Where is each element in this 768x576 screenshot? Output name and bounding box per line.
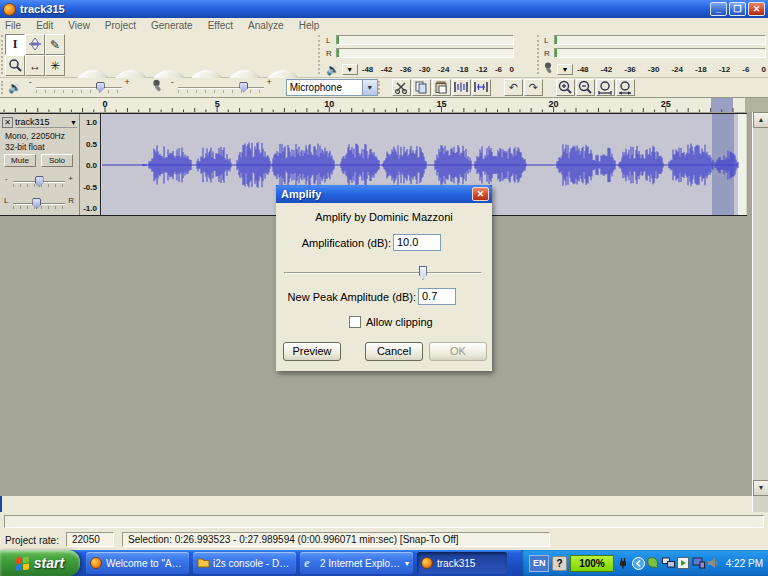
ok-button[interactable]: OK — [429, 342, 487, 361]
network-computers-icon[interactable] — [662, 557, 675, 570]
menu-view[interactable]: View — [68, 20, 90, 31]
restore-button[interactable]: ❐ — [729, 2, 746, 16]
peak-amplitude-input[interactable]: 0.7 — [418, 288, 456, 305]
task-label: Welcome to "Auda... — [106, 558, 185, 569]
mute-button[interactable]: Mute — [4, 154, 36, 167]
toolbar-grip[interactable] — [318, 35, 321, 74]
pan-slider[interactable]: L R — [13, 198, 65, 210]
menu-help[interactable]: Help — [299, 20, 320, 31]
scroll-up-icon[interactable]: ▲ — [753, 112, 768, 128]
track-menu-dropdown-icon[interactable]: ▼ — [70, 119, 77, 126]
collapse-chevron-icon[interactable] — [632, 557, 645, 570]
close-button[interactable]: ✕ — [748, 2, 765, 16]
fit-project-button[interactable] — [616, 79, 635, 96]
chevron-down-icon[interactable]: ▼ — [362, 80, 377, 95]
microphone-icon — [152, 79, 164, 97]
dialog-close-icon[interactable]: ✕ — [472, 187, 489, 201]
task-i2s-console-devel-[interactable]: i2s console - Devel... — [193, 552, 296, 574]
meter-channel-label: L — [326, 36, 336, 45]
copy-button[interactable] — [412, 79, 431, 96]
vruler-label: 0.5 — [86, 139, 97, 148]
dialog-title-bar[interactable]: Amplify ✕ — [276, 185, 492, 203]
speaker-icon: 🔉 — [8, 81, 22, 94]
scroll-down-icon[interactable]: ▼ — [753, 480, 768, 496]
pan-left-label: L — [4, 196, 8, 205]
undo-button[interactable]: ↶ — [504, 79, 523, 96]
edit-toolbar: ↶↷ — [392, 79, 636, 96]
input-source-combo[interactable]: Microphone ▼ — [286, 79, 378, 96]
toolbar-grip[interactable] — [1, 81, 4, 94]
output-volume-slider[interactable]: - + — [36, 82, 122, 94]
paste-button[interactable] — [432, 79, 451, 96]
task-welcome-to-auda-[interactable]: Welcome to "Auda... — [86, 552, 189, 574]
draw-tool[interactable]: ✎ — [45, 34, 65, 55]
solo-button[interactable]: Solo — [41, 154, 73, 167]
amplification-slider-thumb[interactable] — [419, 266, 427, 280]
media-player-icon[interactable] — [677, 557, 690, 570]
zoom-in-button[interactable] — [556, 79, 575, 96]
track-title[interactable]: track315▼ — [15, 117, 77, 128]
display-settings-icon[interactable] — [692, 557, 705, 570]
power-plug-icon[interactable] — [617, 557, 630, 570]
toolbar-grip[interactable] — [537, 35, 540, 74]
zoom-tool[interactable] — [5, 55, 25, 76]
trim-button[interactable] — [452, 79, 471, 96]
redo-button[interactable]: ↷ — [524, 79, 543, 96]
vertical-ruler[interactable]: 1.00.50.0-0.5-1.0 — [81, 114, 101, 215]
meter-scale-label: -36 — [624, 65, 636, 74]
cancel-button[interactable]: Cancel — [365, 342, 423, 361]
zoom-out-button[interactable] — [576, 79, 595, 96]
menu-edit[interactable]: Edit — [36, 20, 53, 31]
menu-generate[interactable]: Generate — [151, 20, 193, 31]
multi-tool[interactable]: ✳ — [45, 55, 65, 76]
input-meter-dropdown[interactable]: ▼ — [557, 64, 573, 75]
envelope-tool[interactable] — [25, 34, 45, 55]
slider-min-label: - — [171, 77, 174, 87]
amplification-label: Amplification (dB): — [302, 237, 391, 249]
task-dropdown-icon[interactable]: ▾ — [405, 559, 409, 568]
timeshift-tool[interactable]: ↔ — [25, 55, 45, 76]
start-button[interactable]: start — [0, 550, 80, 576]
output-meter[interactable]: L R 🔉 ▼ -48-42-36-30-24-18-12-60 — [326, 34, 514, 78]
minimize-button[interactable]: _ — [710, 2, 727, 16]
toolbar-grip[interactable] — [378, 81, 381, 94]
selection-tool[interactable]: I — [5, 34, 25, 55]
silence-button[interactable] — [472, 79, 491, 96]
ie-icon: e — [304, 557, 316, 569]
messenger-icon[interactable] — [647, 557, 660, 570]
track-close-button[interactable]: ✕ — [2, 117, 13, 128]
language-indicator[interactable]: EN — [529, 555, 549, 572]
amplification-input[interactable]: 10.0 — [393, 234, 441, 251]
menu-effect[interactable]: Effect — [208, 20, 233, 31]
preview-button[interactable]: Preview — [283, 342, 341, 361]
tool-palette: I✎↔✳ — [5, 34, 65, 76]
slider-ticks — [178, 90, 264, 93]
title-bar[interactable]: track315 _ ❐ ✕ — [0, 0, 768, 18]
task-track315[interactable]: track315 — [417, 552, 507, 574]
menu-analyze[interactable]: Analyze — [248, 20, 284, 31]
battery-indicator[interactable]: 100% — [570, 555, 614, 572]
timeline-ruler[interactable]: 0510152025 — [0, 98, 768, 112]
allow-clipping-checkbox[interactable] — [349, 316, 361, 328]
vertical-scrollbar[interactable]: ▲ ▼ — [752, 112, 768, 512]
window-title: track315 — [20, 3, 708, 15]
menu-file[interactable]: File — [5, 20, 21, 31]
amplification-slider[interactable] — [284, 265, 482, 281]
task-2-internet-explorer[interactable]: e2 Internet Explorer▾ — [300, 552, 413, 574]
slider-ticks — [36, 90, 122, 93]
input-meter[interactable]: L R ▼ -48-42-36-30-24-18-12-60 — [544, 34, 766, 78]
svg-text:10: 10 — [324, 99, 334, 109]
gain-slider[interactable]: - + — [13, 176, 65, 188]
fit-selection-button[interactable] — [596, 79, 615, 96]
peak-amplitude-label: New Peak Amplitude (dB): — [288, 291, 416, 303]
volume-icon[interactable] — [707, 557, 720, 570]
toolbar-grip[interactable] — [1, 35, 4, 74]
input-volume-slider[interactable]: - + — [178, 82, 264, 94]
meter-scale-label: -30 — [648, 65, 660, 74]
cut-button[interactable] — [392, 79, 411, 96]
menu-project[interactable]: Project — [105, 20, 136, 31]
audacity-window: track315 _ ❐ ✕ FileEditViewProjectGenera… — [0, 0, 768, 576]
output-meter-dropdown[interactable]: ▼ — [342, 64, 358, 75]
help-tray-icon[interactable]: ? — [552, 556, 567, 571]
track-bitdepth-label: 32-bit float — [5, 142, 45, 152]
